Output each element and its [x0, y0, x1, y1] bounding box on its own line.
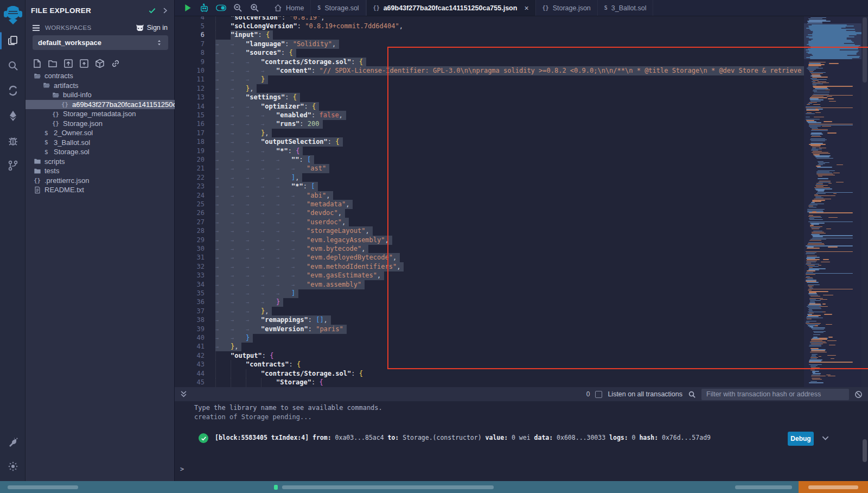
code-line-34[interactable]: 34→→→→→→"evm.assembly" — [175, 280, 365, 289]
hamburger-menu-icon[interactable] — [32, 24, 40, 31]
tree-item-3-ballot-sol[interactable]: S3_Ballot.sol — [25, 138, 175, 148]
code-line-17[interactable]: 17→→→}, — [175, 129, 272, 138]
code-line-30[interactable]: 30→→→→→→"evm.bytecode", — [175, 244, 368, 254]
chevrons-down-icon[interactable] — [180, 390, 187, 398]
code-line-27[interactable]: 27→→→→→→"userdoc", — [175, 218, 349, 227]
github-sign-in-button[interactable]: Sign in — [136, 24, 168, 31]
close-icon[interactable]: × — [524, 4, 528, 12]
editor-scrollbar[interactable] — [861, 16, 868, 387]
remix-logo-icon[interactable] — [0, 0, 25, 28]
check-icon[interactable] — [148, 7, 156, 15]
code-line-7[interactable]: 7→→"language": "Solidity", — [175, 40, 339, 49]
code-line-20[interactable]: 20→→→→→"": [ — [175, 155, 314, 165]
play-icon[interactable] — [182, 3, 193, 13]
code-line-43[interactable]: 43"contracts": { — [175, 360, 301, 369]
code-line-39[interactable]: 39→→→"evmVersion": "paris" — [175, 325, 347, 334]
git-icon[interactable] — [0, 153, 25, 178]
code-line-12[interactable]: 12→→}, — [175, 84, 257, 93]
tab-storage-json[interactable]: {}Storage.json — [536, 0, 598, 16]
code-line-32[interactable]: 32→→→→→→"evm.methodIdentifiers", — [175, 262, 404, 271]
terminal-output[interactable]: Type the library name to see available c… — [175, 401, 868, 481]
search-icon[interactable] — [688, 390, 696, 399]
tree-item-storage-sol[interactable]: SStorage.sol — [25, 147, 175, 157]
code-line-40[interactable]: 40→→} — [175, 333, 253, 343]
code-line-9[interactable]: 9→→→"contracts/Storage.sol": { — [175, 58, 366, 67]
robot-icon[interactable] — [199, 3, 209, 13]
terminal-scrollbar-thumb[interactable] — [863, 439, 867, 462]
terminal-prompt[interactable]: > — [180, 465, 184, 473]
code-line-21[interactable]: 21→→→→→→"ast" — [175, 164, 329, 173]
code-line-33[interactable]: 33→→→→→→"evm.gasEstimates", — [175, 271, 384, 280]
chevron-down-icon[interactable] — [821, 434, 829, 444]
tree-item-readme-txt[interactable]: README.txt — [25, 185, 175, 195]
code-line-22[interactable]: 22→→→→→], — [175, 173, 302, 182]
code-line-37[interactable]: 37→→→}, — [175, 307, 272, 316]
tree-item--prettierrc-json[interactable]: {}.prettierrc.json — [25, 176, 175, 186]
code-line-10[interactable]: 10→→→→"content": "// SPDX-License-Identi… — [175, 66, 848, 75]
tree-item-contracts[interactable]: contracts — [25, 71, 175, 81]
tree-item-artifacts[interactable]: artifacts — [25, 81, 175, 91]
tab-storage-sol[interactable]: SStorage.sol — [311, 0, 366, 16]
code-editor[interactable]: 4"solcVersion": "0.8.19",5"solcLongVersi… — [175, 16, 868, 387]
tree-item-storage-metadata-json[interactable]: {}Storage_metadata.json — [25, 109, 175, 119]
code-line-28[interactable]: 28→→→→→→"storageLayout", — [175, 226, 373, 236]
zoom-out-icon[interactable] — [233, 3, 243, 13]
code-line-29[interactable]: 29→→→→→→"evm.legacyAssembly", — [175, 236, 392, 245]
code-line-11[interactable]: 11→→→} — [175, 75, 268, 84]
tab-3-ballot-sol[interactable]: S3_Ballot.sol — [598, 0, 654, 16]
code-line-38[interactable]: 38→→→"remappings": [], — [175, 315, 331, 325]
solidity-compiler-icon[interactable] — [0, 78, 25, 103]
debugger-icon[interactable] — [0, 128, 25, 153]
code-line-5[interactable]: 5"solcLongVersion": "0.8.19+commit.7dd6d… — [175, 22, 403, 31]
new-folder-icon[interactable] — [48, 59, 58, 68]
tree-item-2-owner-sol[interactable]: S2_Owner.sol — [25, 128, 175, 138]
code-line-36[interactable]: 36→→→→} — [175, 298, 283, 307]
code-line-23[interactable]: 23→→→→→"*": [ — [175, 182, 318, 191]
status-alert-badge[interactable] — [799, 481, 868, 493]
tree-item-tests[interactable]: tests — [25, 166, 175, 176]
chevron-right-icon[interactable] — [162, 7, 169, 14]
plugin-manager-icon[interactable] — [0, 429, 25, 454]
code-line-16[interactable]: 16→→→→"runs": 200 — [175, 119, 323, 129]
tree-item-scripts[interactable]: scripts — [25, 157, 175, 167]
code-line-45[interactable]: 45"Storage": { — [175, 378, 323, 387]
debug-button[interactable]: Debug — [788, 432, 814, 446]
code-line-19[interactable]: 19→→→→"*": { — [175, 147, 303, 156]
code-line-13[interactable]: 13→→"settings": { — [175, 93, 300, 102]
code-line-44[interactable]: 44"contracts/Storage.sol": { — [175, 369, 363, 378]
tab-a69b43f277ba20fcac141151250ca755-json[interactable]: {}a69b43f277ba20fcac141151250ca755.json× — [366, 0, 536, 16]
code-line-42[interactable]: 42"output": { — [175, 351, 273, 361]
tab-home[interactable]: Home — [267, 0, 311, 16]
tree-item-a69b43f277ba20fcac141151250ca7-[interactable]: {}a69b43f277ba20fcac141151250ca7... — [25, 100, 175, 110]
minimap[interactable] — [804, 16, 861, 387]
code-line-25[interactable]: 25→→→→→→"metadata", — [175, 200, 353, 209]
tree-item-storage-json[interactable]: {}Storage.json — [25, 119, 175, 129]
code-line-15[interactable]: 15→→→→"enabled": false, — [175, 111, 346, 120]
code-line-6[interactable]: 6"input": { — [175, 30, 273, 40]
code-line-14[interactable]: 14→→→"optimizer": { — [175, 102, 319, 111]
new-file-icon[interactable] — [32, 59, 42, 68]
code-line-35[interactable]: 35→→→→→] — [175, 289, 298, 298]
upload-folder-icon[interactable] — [79, 59, 89, 68]
upload-file-icon[interactable] — [63, 59, 73, 68]
code-line-26[interactable]: 26→→→→→→"devdoc", — [175, 208, 345, 218]
transaction-log-row[interactable]: [block:5583405 txIndex:4] from: 0xa03...… — [199, 433, 736, 443]
toggle-icon[interactable] — [216, 3, 226, 13]
code-line-31[interactable]: 31→→→→→→"evm.deployedBytecode", — [175, 253, 400, 262]
workspace-selector[interactable]: default_workspace — [33, 35, 168, 50]
settings-icon[interactable] — [0, 454, 25, 479]
zoom-in-icon[interactable] — [250, 3, 260, 13]
search-icon[interactable] — [0, 53, 25, 78]
listen-all-transactions-checkbox[interactable] — [595, 391, 602, 398]
code-line-8[interactable]: 8→→"sources": { — [175, 48, 296, 58]
code-line-18[interactable]: 18→→→"outputSelection": { — [175, 137, 343, 147]
tree-item-build-info[interactable]: build-info — [25, 90, 175, 100]
cube-icon[interactable] — [95, 59, 105, 68]
code-line-41[interactable]: 41→}, — [175, 342, 241, 351]
link-icon[interactable] — [111, 59, 120, 68]
deploy-run-icon[interactable] — [0, 103, 25, 128]
file-explorer-icon[interactable] — [0, 28, 25, 53]
transaction-filter-input[interactable] — [701, 389, 849, 400]
code-line-24[interactable]: 24→→→→→→"abi", — [175, 191, 333, 200]
clear-console-icon[interactable] — [854, 390, 863, 399]
